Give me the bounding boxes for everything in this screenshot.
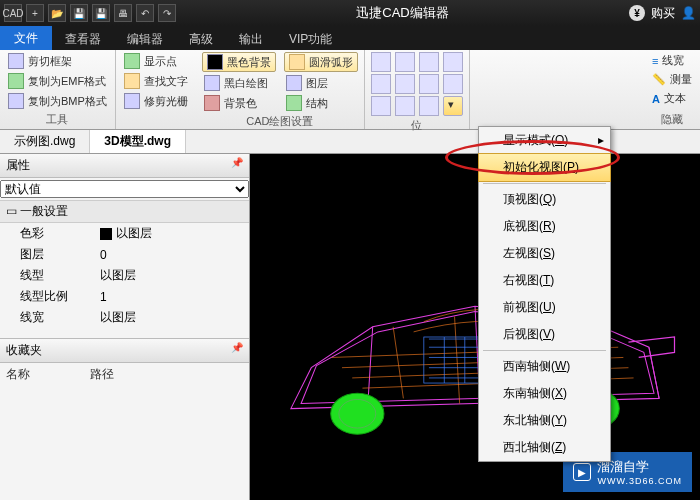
new-icon[interactable]: + bbox=[26, 4, 44, 22]
car-wireframe bbox=[260, 204, 690, 470]
ribbon-group-label: 隐藏 bbox=[650, 110, 694, 129]
zoom-in-icon[interactable] bbox=[371, 74, 391, 94]
favorites-columns: 名称 路径 bbox=[0, 363, 249, 386]
col-name: 名称 bbox=[6, 366, 30, 383]
menu-display-mode[interactable]: 显示模式(O)▸ bbox=[479, 127, 610, 154]
ribbon-group-tools: 剪切框架 复制为EMF格式 复制为BMP格式 工具 bbox=[0, 50, 116, 129]
doc-tab-3dmodel[interactable]: 3D模型.dwg bbox=[90, 130, 186, 153]
favorites-header[interactable]: 收藏夹📌 bbox=[0, 338, 249, 363]
title-bar: CAD + 📂 💾 💾 🖶 ↶ ↷ 迅捷CAD编辑器 ¥ 购买 👤 bbox=[0, 0, 700, 26]
watermark-url: WWW.3D66.COM bbox=[597, 476, 682, 486]
structure-button[interactable]: 结构 bbox=[284, 94, 358, 112]
refresh-icon[interactable] bbox=[419, 96, 439, 116]
linewidth-button[interactable]: ≡线宽 bbox=[650, 52, 694, 69]
copy-bmp-button[interactable]: 复制为BMP格式 bbox=[6, 92, 109, 110]
zoom-window-icon[interactable] bbox=[395, 52, 415, 72]
quick-access-toolbar: CAD + 📂 💾 💾 🖶 ↶ ↷ bbox=[4, 4, 176, 22]
properties-header: 属性📌 bbox=[0, 154, 249, 178]
text-button[interactable]: A文本 bbox=[650, 90, 694, 107]
ribbon-group-label: 工具 bbox=[6, 110, 109, 129]
rotate-icon[interactable] bbox=[419, 74, 439, 94]
tab-editor[interactable]: 编辑器 bbox=[114, 28, 176, 50]
print-icon[interactable]: 🖶 bbox=[114, 4, 132, 22]
properties-panel: 属性📌 默认值 ▭ 一般设置 色彩以图层 图层0 线型以图层 线型比例1 线宽以… bbox=[0, 154, 250, 500]
drawing-viewport[interactable] bbox=[250, 154, 700, 500]
find-text-button[interactable]: 查找文字 bbox=[122, 72, 190, 90]
bw-draw-button[interactable]: 黑白绘图 bbox=[202, 74, 276, 92]
orbit-icon[interactable] bbox=[443, 74, 463, 94]
menu-sw-iso[interactable]: 西南轴侧(W) bbox=[479, 353, 610, 380]
layer-button[interactable]: 图层 bbox=[284, 74, 358, 92]
currency-icon[interactable]: ¥ bbox=[629, 5, 645, 21]
pin-icon[interactable]: 📌 bbox=[231, 157, 243, 174]
undo-icon[interactable]: ↶ bbox=[136, 4, 154, 22]
redo-icon[interactable]: ↷ bbox=[158, 4, 176, 22]
save-icon[interactable]: 💾 bbox=[70, 4, 88, 22]
ribbon-group-hide: ≡线宽 📏测量 A文本 隐藏 bbox=[644, 50, 700, 129]
menu-bottom-view[interactable]: 底视图(R) bbox=[479, 213, 610, 240]
tab-output[interactable]: 输出 bbox=[226, 28, 276, 50]
buy-link[interactable]: 购买 bbox=[651, 5, 675, 22]
prop-linewidth[interactable]: 线宽以图层 bbox=[0, 307, 249, 328]
zoom-extents-icon[interactable] bbox=[371, 52, 391, 72]
clip-frame-button[interactable]: 剪切框架 bbox=[6, 52, 109, 70]
prop-linetype[interactable]: 线型以图层 bbox=[0, 265, 249, 286]
menu-init-view[interactable]: 初始化视图(P) bbox=[478, 153, 611, 182]
prop-layer[interactable]: 图层0 bbox=[0, 244, 249, 265]
show-points-button[interactable]: 显示点 bbox=[122, 52, 190, 70]
smooth-arc-button[interactable]: 圆滑弧形 bbox=[284, 52, 358, 72]
watermark-logo-icon: ▶ bbox=[573, 463, 591, 481]
ribbon-group-label: CAD绘图设置 bbox=[202, 112, 358, 131]
menu-front-view[interactable]: 前视图(U) bbox=[479, 294, 610, 321]
open-icon[interactable]: 📂 bbox=[48, 4, 66, 22]
view-context-menu: 显示模式(O)▸ 初始化视图(P) 顶视图(Q) 底视图(R) 左视图(S) 右… bbox=[478, 126, 611, 462]
ribbon-group-label: 位 bbox=[371, 116, 463, 135]
user-icon[interactable]: 👤 bbox=[681, 6, 696, 20]
general-section[interactable]: ▭ 一般设置 bbox=[0, 200, 249, 223]
ribbon: 剪切框架 复制为EMF格式 复制为BMP格式 工具 显示点 查找文字 修剪光栅 … bbox=[0, 50, 700, 130]
pin-icon[interactable]: 📌 bbox=[231, 342, 243, 359]
tab-advanced[interactable]: 高级 bbox=[176, 28, 226, 50]
default-select[interactable]: 默认值 bbox=[0, 180, 249, 198]
view-dropdown-icon[interactable]: ▾ bbox=[443, 96, 463, 116]
menu-ne-iso[interactable]: 东北轴侧(Y) bbox=[479, 407, 610, 434]
menu-nw-iso[interactable]: 西北轴侧(Z) bbox=[479, 434, 610, 461]
saveas-icon[interactable]: 💾 bbox=[92, 4, 110, 22]
black-bg-button[interactable]: 黑色背景 bbox=[202, 52, 276, 72]
ribbon-tabs: 文件 查看器 编辑器 高级 输出 VIP功能 bbox=[0, 26, 700, 50]
app-title: 迅捷CAD编辑器 bbox=[176, 4, 629, 22]
menu-se-iso[interactable]: 东南轴侧(X) bbox=[479, 380, 610, 407]
doc-tab-sample[interactable]: 示例图.dwg bbox=[0, 130, 90, 153]
view-90-icon[interactable] bbox=[395, 96, 415, 116]
ribbon-group-cad-settings: 黑色背景 黑白绘图 背景色 圆滑弧形 图层 结构 CAD绘图设置 bbox=[196, 50, 365, 129]
menu-top-view[interactable]: 顶视图(Q) bbox=[479, 186, 610, 213]
prop-linescale[interactable]: 线型比例1 bbox=[0, 286, 249, 307]
zoom-icon[interactable] bbox=[419, 52, 439, 72]
ribbon-group-pos: ▾ 位 bbox=[365, 50, 470, 129]
view-35-icon[interactable] bbox=[371, 96, 391, 116]
ribbon-group-2: 显示点 查找文字 修剪光栅 bbox=[116, 50, 196, 129]
measure-button[interactable]: 📏测量 bbox=[650, 71, 694, 88]
bg-color-button[interactable]: 背景色 bbox=[202, 94, 276, 112]
copy-emf-button[interactable]: 复制为EMF格式 bbox=[6, 72, 109, 90]
menu-right-view[interactable]: 右视图(T) bbox=[479, 267, 610, 294]
tab-vip[interactable]: VIP功能 bbox=[276, 28, 345, 50]
menu-left-view[interactable]: 左视图(S) bbox=[479, 240, 610, 267]
trim-clip-button[interactable]: 修剪光栅 bbox=[122, 92, 190, 110]
col-path: 路径 bbox=[90, 366, 114, 383]
prop-color[interactable]: 色彩以图层 bbox=[0, 223, 249, 244]
app-icon[interactable]: CAD bbox=[4, 4, 22, 22]
tab-file[interactable]: 文件 bbox=[0, 26, 52, 50]
zoom-out-icon[interactable] bbox=[395, 74, 415, 94]
tab-viewer[interactable]: 查看器 bbox=[52, 28, 114, 50]
menu-back-view[interactable]: 后视图(V) bbox=[479, 321, 610, 348]
pan-icon[interactable] bbox=[443, 52, 463, 72]
